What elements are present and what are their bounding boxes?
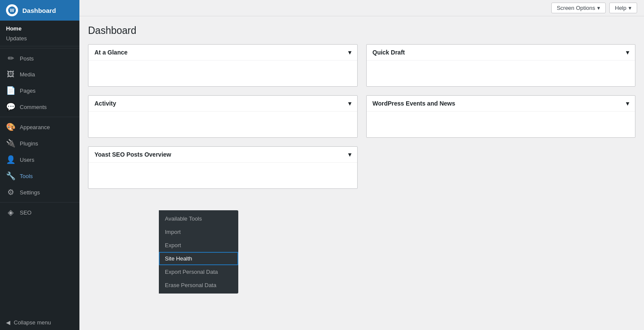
seo-icon: ◈ — [6, 208, 15, 217]
pages-icon: 📄 — [6, 86, 15, 95]
sidebar-item-media[interactable]: 🖼 Media — [0, 67, 79, 82]
widget-yoast-seo: Yoast SEO Posts Overview ▾ — [88, 146, 358, 189]
sidebar-item-plugins-label: Plugins — [20, 140, 38, 147]
widget-activity: Activity ▾ — [88, 95, 358, 138]
sidebar-item-tools-label: Tools — [20, 173, 33, 179]
wp-logo-icon: W — [8, 6, 16, 14]
sidebar-item-seo[interactable]: ◈ SEO — [0, 204, 79, 221]
wp-logo: W — [6, 4, 18, 16]
sidebar-item-comments-label: Comments — [20, 104, 47, 110]
screen-options-button[interactable]: Screen Options ▾ — [551, 3, 606, 13]
flyout-export-personal-data[interactable]: Export Personal Data — [159, 265, 238, 279]
widget-wp-events-header[interactable]: WordPress Events and News ▾ — [367, 96, 635, 112]
widget-at-a-glance-header[interactable]: At a Glance ▾ — [88, 45, 357, 61]
collapse-menu-label: Collapse menu — [14, 319, 51, 326]
widget-quick-draft-body — [367, 61, 635, 86]
widget-at-a-glance-title: At a Glance — [94, 49, 128, 56]
widget-quick-draft-title: Quick Draft — [373, 49, 405, 56]
sidebar-item-posts-label: Posts — [20, 55, 34, 62]
widget-wp-events-chevron-icon: ▾ — [626, 100, 629, 107]
flyout-import[interactable]: Import — [159, 225, 238, 239]
flyout-erase-personal-data[interactable]: Erase Personal Data — [159, 279, 238, 292]
sidebar-item-updates[interactable]: Updates — [0, 34, 79, 44]
widget-yoast-seo-title: Yoast SEO Posts Overview — [94, 151, 171, 158]
collapse-menu[interactable]: ◀ Collapse menu — [0, 315, 79, 330]
screen-options-chevron-icon: ▾ — [597, 5, 600, 11]
sidebar-header[interactable]: W Dashboard — [0, 0, 79, 21]
widget-yoast-seo-header[interactable]: Yoast SEO Posts Overview ▾ — [88, 147, 357, 163]
right-column: Quick Draft ▾ WordPress Events and News … — [366, 44, 636, 197]
flyout-site-health[interactable]: Site Health — [159, 252, 238, 265]
sidebar-home-section: Home Updates — [0, 21, 79, 46]
sidebar-site-label: Dashboard — [22, 7, 56, 14]
widget-yoast-seo-body — [88, 163, 357, 188]
widget-activity-header[interactable]: Activity ▾ — [88, 96, 357, 112]
dashboard-grid: At a Glance ▾ Activity ▾ Yoast SEO Posts… — [88, 44, 635, 197]
widget-at-a-glance-body — [88, 61, 357, 86]
sidebar-item-comments[interactable]: 💬 Comments — [0, 99, 79, 115]
widget-at-a-glance: At a Glance ▾ — [88, 44, 358, 87]
topbar: Screen Options ▾ Help ▾ — [79, 0, 644, 16]
sidebar-item-posts[interactable]: ✏ Posts — [0, 50, 79, 67]
media-icon: 🖼 — [6, 70, 15, 79]
help-label: Help — [615, 5, 626, 11]
sidebar: W Dashboard Home Updates ✏ Posts 🖼 Media… — [0, 0, 79, 330]
flyout-export[interactable]: Export — [159, 239, 238, 252]
widget-yoast-seo-chevron-icon: ▾ — [348, 151, 351, 158]
page-title: Dashboard — [88, 25, 635, 36]
sidebar-item-seo-label: SEO — [20, 209, 31, 216]
posts-icon: ✏ — [6, 54, 15, 63]
help-chevron-icon: ▾ — [629, 5, 632, 11]
widget-activity-chevron-icon: ▾ — [348, 100, 351, 107]
sidebar-item-media-label: Media — [20, 71, 35, 78]
sidebar-item-pages[interactable]: 📄 Pages — [0, 82, 79, 99]
widget-activity-body — [88, 112, 357, 137]
widget-wp-events-body — [367, 112, 635, 137]
users-icon: 👤 — [6, 155, 15, 164]
sidebar-item-settings[interactable]: ⚙ Settings — [0, 184, 79, 200]
main-content: Screen Options ▾ Help ▾ Dashboard At a G… — [79, 0, 644, 330]
sidebar-divider-2 — [0, 117, 79, 117]
sidebar-item-settings-label: Settings — [20, 189, 40, 196]
sidebar-item-plugins[interactable]: 🔌 Plugins — [0, 135, 79, 151]
widget-activity-title: Activity — [94, 100, 116, 107]
sidebar-item-pages-label: Pages — [20, 88, 36, 94]
comments-icon: 💬 — [6, 102, 15, 112]
help-button[interactable]: Help ▾ — [609, 3, 637, 13]
screen-options-label: Screen Options — [557, 5, 595, 11]
sidebar-item-users-label: Users — [20, 157, 34, 163]
widget-wp-events-title: WordPress Events and News — [373, 100, 456, 107]
widget-quick-draft: Quick Draft ▾ — [366, 44, 636, 87]
appearance-icon: 🎨 — [6, 122, 15, 132]
settings-icon: ⚙ — [6, 188, 15, 197]
sidebar-item-tools[interactable]: 🔧 Tools — [0, 168, 79, 184]
left-column: At a Glance ▾ Activity ▾ Yoast SEO Posts… — [88, 44, 358, 197]
plugins-icon: 🔌 — [6, 139, 15, 148]
widget-quick-draft-chevron-icon: ▾ — [626, 49, 629, 56]
sidebar-divider-1 — [0, 48, 79, 48]
sidebar-item-appearance[interactable]: 🎨 Appearance — [0, 119, 79, 135]
sidebar-item-appearance-label: Appearance — [20, 124, 50, 130]
sidebar-item-home[interactable]: Home — [0, 23, 79, 34]
tools-flyout-menu: Available Tools Import Export Site Healt… — [159, 210, 238, 294]
flyout-available-tools[interactable]: Available Tools — [159, 212, 238, 225]
widget-wp-events: WordPress Events and News ▾ — [366, 95, 636, 138]
sidebar-divider-3 — [0, 202, 79, 203]
content-area: Dashboard At a Glance ▾ Activity ▾ — [79, 16, 644, 330]
widget-quick-draft-header[interactable]: Quick Draft ▾ — [367, 45, 635, 61]
widget-at-a-glance-chevron-icon: ▾ — [348, 49, 351, 56]
sidebar-item-users[interactable]: 👤 Users — [0, 151, 79, 168]
tools-icon: 🔧 — [6, 171, 15, 181]
collapse-arrow-icon: ◀ — [6, 319, 10, 326]
